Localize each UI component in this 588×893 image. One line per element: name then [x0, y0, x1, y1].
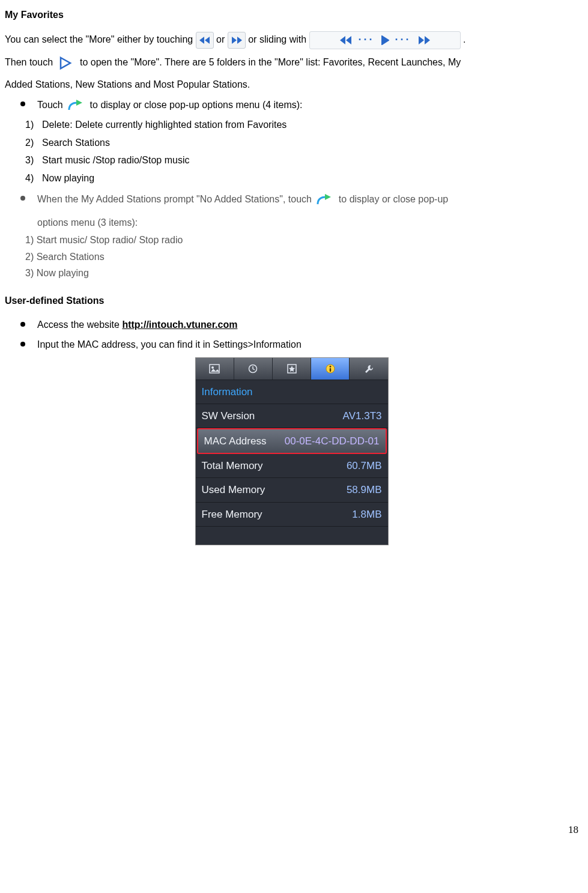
- text: You can select the "More" either by touc…: [5, 34, 196, 44]
- list-item: 3)Start music /Stop radio/Stop music: [25, 153, 578, 168]
- info-row-sw: SW Version AV1.3T3: [196, 404, 388, 428]
- info-row-free: Free Memory 1.8MB: [196, 503, 388, 527]
- info-header: Information: [196, 380, 388, 404]
- info-value: 1.8MB: [352, 506, 381, 522]
- bullet-no-added-stations: When the My Added Stations prompt "No Ad…: [5, 191, 578, 231]
- bullet-icon: [20, 196, 25, 201]
- forward-icon: [228, 32, 246, 49]
- text: or sliding with: [248, 34, 309, 44]
- svg-point-1: [211, 366, 214, 369]
- info-label: Used Memory: [202, 482, 265, 498]
- bullet-access-website: Access the website http://intouch.vtuner…: [5, 317, 578, 333]
- text: options menu (3 items):: [37, 215, 578, 231]
- tab-bar: [196, 358, 388, 380]
- info-value: 60.7MB: [347, 458, 382, 474]
- sub-list-2: 1) Start music/ Stop radio/ Stop radio 2…: [25, 232, 578, 281]
- text: Start music /Stop radio/Stop music: [42, 155, 189, 165]
- list-item: 3) Now playing: [25, 265, 578, 281]
- info-label: Free Memory: [202, 506, 262, 522]
- tab-info-icon[interactable]: [311, 358, 350, 380]
- info-label: Total Memory: [202, 458, 263, 474]
- text: When the My Added Stations prompt "No Ad…: [37, 194, 314, 204]
- heading-user-defined: User-defined Stations: [5, 293, 578, 309]
- tab-clock-icon[interactable]: [234, 358, 273, 380]
- list-item: 1) Start music/ Stop radio/ Stop radio: [25, 232, 578, 248]
- bullet-icon: [20, 101, 25, 106]
- vtuner-link[interactable]: http://intouch.vtuner.com: [122, 319, 237, 330]
- bullet-icon: [20, 322, 25, 327]
- bullet-icon: [20, 342, 25, 347]
- text: .: [463, 34, 465, 44]
- paragraph-2b: Added Stations, New Stations and Most Po…: [5, 77, 578, 92]
- text: to display or close pop-up: [339, 194, 448, 204]
- bullet-input-mac: Input the MAC address, you can find it i…: [5, 337, 578, 353]
- play-outline-icon: [56, 54, 77, 72]
- tab-star-icon[interactable]: [273, 358, 311, 380]
- list-item: 2) Search Stations: [25, 249, 578, 265]
- info-value: AV1.3T3: [343, 408, 382, 424]
- info-row-total: Total Memory 60.7MB: [196, 454, 388, 478]
- settings-information-screenshot: Information SW Version AV1.3T3 MAC Addre…: [195, 357, 389, 545]
- paragraph-1: You can select the "More" either by touc…: [5, 31, 578, 49]
- info-value: 00-0E-4C-DD-DD-01: [285, 433, 380, 449]
- tab-wrench-icon[interactable]: [350, 358, 387, 380]
- bullet-touch-popup: Touch to display or close pop-up options…: [5, 97, 578, 115]
- text: Touch: [37, 100, 65, 110]
- svg-rect-6: [330, 368, 331, 372]
- info-row-used: Used Memory 58.9MB: [196, 478, 388, 502]
- text: Then touch: [5, 57, 56, 67]
- info-row-mac-highlighted: MAC Address 00-0E-4C-DD-DD-01: [197, 428, 387, 454]
- list-item: 2)Search Stations: [25, 135, 578, 151]
- info-label: MAC Address: [204, 433, 267, 449]
- heading-my-favorites: My Favorites: [5, 7, 578, 23]
- text: Access the website: [37, 319, 122, 330]
- page-number: 18: [5, 822, 578, 838]
- text: or: [216, 34, 228, 44]
- text: Now playing: [42, 173, 94, 183]
- info-label: SW Version: [202, 408, 255, 424]
- text: to display or close pop-up options menu …: [90, 100, 303, 110]
- ordered-list-1: 1)Delete: Delete currently highlighted s…: [25, 117, 578, 186]
- list-item: 4)Now playing: [25, 171, 578, 186]
- list-item: 1)Delete: Delete currently highlighted s…: [25, 117, 578, 133]
- svg-point-5: [329, 366, 331, 368]
- text: to open the "More". There are 5 folders …: [80, 57, 461, 67]
- text: Input the MAC address, you can find it i…: [37, 339, 302, 350]
- curved-arrow-icon: [314, 191, 336, 209]
- screenshot-bottom-pad: [196, 527, 388, 545]
- tab-photo-icon[interactable]: [196, 358, 234, 380]
- text: Search Stations: [42, 138, 110, 148]
- text: Delete: Delete currently highlighted sta…: [42, 120, 286, 130]
- slide-strip-icon: ··· ···: [309, 31, 461, 49]
- info-value: 58.9MB: [347, 482, 382, 498]
- paragraph-2a: Then touch to open the "More". There are…: [5, 54, 578, 72]
- rewind-icon: [196, 32, 214, 49]
- curved-arrow-icon: [65, 97, 87, 115]
